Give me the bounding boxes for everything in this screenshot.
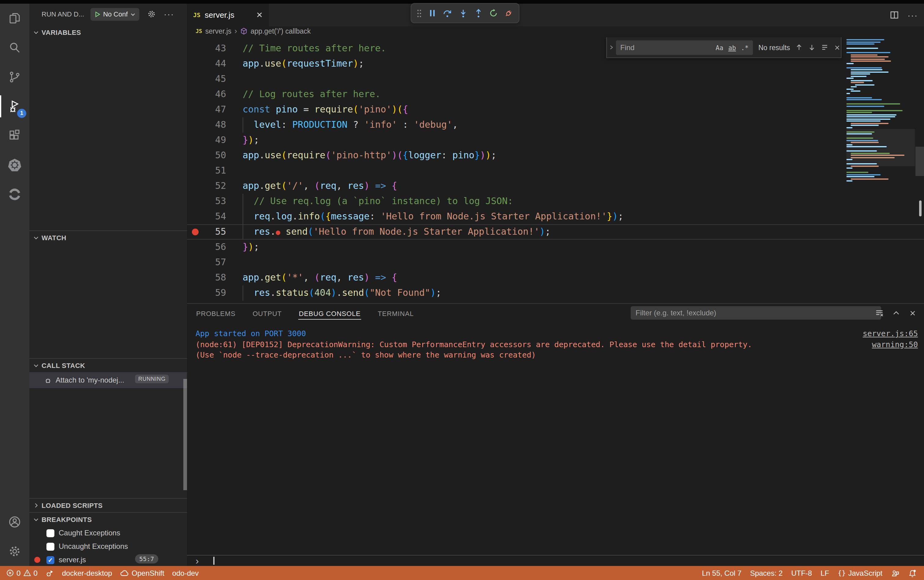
gutter[interactable] xyxy=(187,301,203,303)
more-actions-icon[interactable]: ··· xyxy=(908,13,918,17)
checkbox-unchecked[interactable] xyxy=(46,529,54,537)
code-line-45[interactable]: 45 xyxy=(187,71,924,87)
restart-button[interactable] xyxy=(489,8,498,18)
tab-debug-console[interactable]: DEBUG CONSOLE xyxy=(298,306,361,321)
step-over-button[interactable] xyxy=(443,8,452,18)
gutter[interactable] xyxy=(187,56,203,71)
notifications-bell-icon[interactable] xyxy=(908,569,917,577)
find-input[interactable]: Find Aa ab .* xyxy=(616,40,753,55)
code-text[interactable]: }); xyxy=(243,301,259,303)
code-line-51[interactable]: 51 xyxy=(187,163,924,178)
gutter[interactable] xyxy=(187,133,203,148)
section-watch[interactable]: WATCH xyxy=(29,231,187,244)
breadcrumb[interactable]: JS server.js › app.get('/') callback xyxy=(187,26,924,36)
cursor-position-status[interactable]: Ln 55, Col 7 xyxy=(702,569,741,577)
pause-button[interactable] xyxy=(428,8,437,18)
code-text[interactable]: app.use(require('pino-http')({logger: pi… xyxy=(243,148,497,163)
code-line-47[interactable]: 47const pino = require('pino')({ xyxy=(187,102,924,117)
gutter[interactable] xyxy=(187,285,203,301)
code-text[interactable]: const pino = require('pino')({ xyxy=(243,102,408,117)
encoding-status[interactable]: UTF-8 xyxy=(791,569,812,577)
whole-word-toggle[interactable]: ab xyxy=(726,43,738,52)
problems-status[interactable]: 0 0 xyxy=(6,569,38,577)
code-text[interactable]: // Use req.log (a `pino` instance) to lo… xyxy=(243,194,513,209)
sidebar-item-search[interactable] xyxy=(0,33,29,63)
code-line-53[interactable]: 53 // Use req.log (a `pino` instance) to… xyxy=(187,194,924,209)
code-line-54[interactable]: 54 req.log.info({message: 'Hello from No… xyxy=(187,209,924,224)
checkbox-unchecked[interactable] xyxy=(46,542,54,550)
gutter[interactable] xyxy=(187,163,203,178)
gutter[interactable] xyxy=(187,148,203,163)
section-variables[interactable]: VARIABLES xyxy=(29,26,187,39)
split-editor-icon[interactable] xyxy=(890,10,899,20)
code-line-44[interactable]: 44app.use(requestTimer); xyxy=(187,56,924,71)
breakpoint-gutter-dot[interactable] xyxy=(187,224,203,240)
tab-problems[interactable]: PROBLEMS xyxy=(196,306,236,321)
feedback-icon[interactable] xyxy=(891,569,899,577)
console-filter-input[interactable]: Filter (e.g. text, !exclude) xyxy=(631,306,881,320)
code-text[interactable]: }); xyxy=(243,133,259,148)
openshift-status[interactable]: OpenShift xyxy=(120,568,165,578)
code-line-58[interactable]: 58app.get('*', (req, res) => { xyxy=(187,270,924,285)
next-match-icon[interactable] xyxy=(808,43,816,51)
code-line-60[interactable]: 60}); xyxy=(187,301,924,303)
checkbox-checked[interactable]: ✓ xyxy=(46,556,54,564)
code-text[interactable]: req.log.info({message: 'Hello from Node.… xyxy=(243,209,623,224)
gutter[interactable] xyxy=(187,255,203,270)
sidebar-item-extensions[interactable] xyxy=(0,121,29,150)
sidebar-scrollbar[interactable] xyxy=(183,379,187,490)
language-status[interactable]: {} JavaScript xyxy=(838,569,883,577)
editor-scrollbar-handle[interactable] xyxy=(919,201,922,216)
breakpoint-uncaught-exceptions[interactable]: Uncaught Exceptions xyxy=(29,540,187,553)
more-actions-icon[interactable]: ··· xyxy=(164,12,174,16)
section-call-stack[interactable]: CALL STACK xyxy=(29,359,187,372)
find-in-selection-icon[interactable] xyxy=(821,43,828,51)
code-line-48[interactable]: 48 level: PRODUCTION ? 'info' : 'debug', xyxy=(187,117,924,133)
maximize-panel-icon[interactable] xyxy=(892,309,900,317)
docker-context-status[interactable]: docker-desktop xyxy=(62,569,112,577)
breakpoint-server-js[interactable]: ✓ server.js 55:7 xyxy=(29,553,187,566)
code-editor[interactable]: 43// Time routes after here.44app.use(re… xyxy=(187,36,924,303)
close-tab-icon[interactable]: ✕ xyxy=(256,10,263,20)
sidebar-item-run-and-debug[interactable]: 1 xyxy=(0,92,29,121)
section-breakpoints[interactable]: BREAKPOINTS xyxy=(29,513,187,526)
sidebar-item-source-control[interactable] xyxy=(0,63,29,92)
minimap[interactable] xyxy=(847,39,915,183)
tab-output[interactable]: OUTPUT xyxy=(252,306,282,321)
code-text[interactable]: res.status(404).send("Not Found"); xyxy=(243,285,441,301)
minimap-slider[interactable] xyxy=(847,129,915,166)
close-panel-icon[interactable] xyxy=(909,309,917,317)
step-into-button[interactable] xyxy=(458,8,468,18)
previous-match-icon[interactable] xyxy=(795,43,803,51)
indentation-status[interactable]: Spaces: 2 xyxy=(750,569,783,577)
code-text[interactable]: }); xyxy=(243,240,259,255)
gutter[interactable] xyxy=(187,117,203,133)
breadcrumb-symbol[interactable]: app.get('/') callback xyxy=(250,28,311,35)
section-loaded-scripts[interactable]: LOADED SCRIPTS xyxy=(29,499,187,512)
console-source-link[interactable]: warning:50 xyxy=(860,339,918,349)
debug-console-input[interactable]: › xyxy=(187,555,924,566)
gutter[interactable] xyxy=(187,178,203,194)
tab-server-js[interactable]: JS server.js ✕ xyxy=(187,4,269,26)
tab-terminal[interactable]: TERMINAL xyxy=(377,306,414,321)
code-line-52[interactable]: 52app.get('/', (req, res) => { xyxy=(187,178,924,194)
toggle-replace-icon[interactable] xyxy=(607,37,616,58)
code-line-55[interactable]: 55 res.● send('Hello from Node.js Starte… xyxy=(187,224,924,240)
gutter[interactable] xyxy=(187,209,203,224)
accounts-button[interactable] xyxy=(0,507,29,537)
call-stack-session-row[interactable]: Attach to 'my-nodej... RUNNING xyxy=(29,372,187,388)
code-line-46[interactable]: 46// Log routes after here. xyxy=(187,87,924,102)
breadcrumb-file[interactable]: server.js xyxy=(205,28,232,35)
breakpoint-caught-exceptions[interactable]: Caught Exceptions xyxy=(29,526,187,540)
code-line-50[interactable]: 50app.use(require('pino-http')({logger: … xyxy=(187,148,924,163)
code-text[interactable]: res.● send('Hello from Node.js Starter A… xyxy=(243,224,551,240)
debug-configuration-dropdown[interactable]: No Conf xyxy=(90,8,139,20)
code-text[interactable]: // Time routes after here. xyxy=(243,41,386,56)
clear-console-icon[interactable] xyxy=(875,309,884,317)
sidebar-item-kubernetes[interactable] xyxy=(0,150,29,180)
code-line-57[interactable]: 57 xyxy=(187,255,924,270)
eol-status[interactable]: LF xyxy=(820,569,829,577)
gutter[interactable] xyxy=(187,41,203,56)
code-text[interactable]: // Log routes after here. xyxy=(243,87,381,102)
step-out-button[interactable] xyxy=(474,8,483,18)
